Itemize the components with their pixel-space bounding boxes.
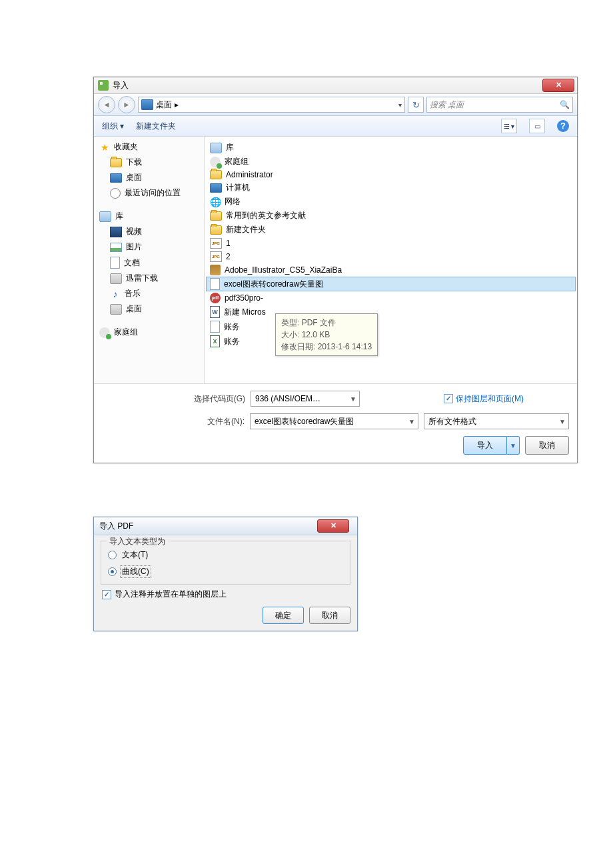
- sidebar-favorites[interactable]: ★收藏夹: [94, 139, 204, 155]
- sidebar-item-recent[interactable]: 最近访问的位置: [94, 185, 204, 201]
- libraries-icon: [210, 143, 222, 153]
- sidebar-libraries[interactable]: 库: [94, 209, 204, 224]
- clock-icon: [110, 188, 121, 199]
- sidebar-homegroup[interactable]: 家庭组: [94, 325, 204, 340]
- location-icon: [141, 99, 153, 110]
- help-button[interactable]: ?: [557, 120, 569, 132]
- codepage-label: 选择代码页(G): [102, 393, 245, 405]
- filename-label: 文件名(N):: [102, 416, 245, 427]
- breadcrumb-location: 桌面: [156, 99, 172, 111]
- list-item[interactable]: Adobe_Illustrator_CS5_XiaZaiBa: [206, 263, 576, 277]
- computer-icon: [210, 183, 222, 193]
- folder-icon: [210, 211, 222, 221]
- music-icon: ♪: [110, 289, 121, 299]
- new-folder-button[interactable]: 新建文件夹: [136, 121, 176, 132]
- libraries-icon: [99, 211, 111, 222]
- import-split-button[interactable]: 导入 ▼: [463, 436, 520, 455]
- image-icon: [110, 243, 122, 252]
- jpg-icon: JPG: [210, 238, 222, 249]
- chevron-down-icon: ▼: [559, 418, 566, 425]
- checkbox-icon: ✓: [102, 590, 111, 599]
- pdf-icon: [210, 278, 220, 290]
- close-button[interactable]: ✕: [542, 79, 574, 92]
- filter-combo[interactable]: 所有文件格式▼: [424, 413, 569, 429]
- import-pdf-dialog: 导入 PDF ✕ 导入文本类型为 文本(T) 曲线(C) ✓ 导入注释并放置在单…: [93, 517, 358, 631]
- codepage-combo[interactable]: 936 (ANSI/OEM…▼: [251, 391, 360, 407]
- list-item[interactable]: Administrator: [206, 169, 576, 181]
- radio-icon: [108, 567, 117, 576]
- list-item[interactable]: 🌐网络: [206, 195, 576, 209]
- sidebar-item-pictures[interactable]: 图片: [94, 239, 204, 255]
- file-list[interactable]: 库 家庭组 Administrator 计算机 🌐网络 常用到的英文参考文献 新…: [205, 137, 577, 383]
- star-icon: ★: [99, 142, 110, 153]
- dialog-title: 导入 PDF: [99, 521, 317, 532]
- titlebar[interactable]: 导入 PDF ✕: [94, 517, 357, 535]
- sidebar-item-xunlei[interactable]: 迅雷下载: [94, 271, 204, 286]
- sidebar-item-documents[interactable]: 文档: [94, 255, 204, 271]
- dialog-title: 导入: [113, 80, 542, 91]
- sidebar-item-desktop2[interactable]: 桌面: [94, 301, 204, 317]
- jpg-icon: JPG: [210, 251, 222, 262]
- video-icon: [110, 227, 122, 237]
- cancel-button[interactable]: 取消: [525, 436, 569, 455]
- search-icon: 🔍: [560, 100, 570, 109]
- list-item[interactable]: JPG2: [206, 250, 576, 263]
- preview-pane-button[interactable]: ▭: [529, 119, 545, 133]
- breadcrumb[interactable]: 桌面 ▸ ▾: [138, 97, 405, 113]
- close-button[interactable]: ✕: [317, 519, 349, 533]
- views-button[interactable]: ☰ ▾: [501, 119, 517, 133]
- list-item[interactable]: JPG1: [206, 237, 576, 250]
- word-icon: W: [210, 306, 220, 318]
- checkbox-icon: ✓: [444, 394, 453, 403]
- disk-icon: [110, 273, 122, 284]
- text-type-group: 导入文本类型为 文本(T) 曲线(C): [101, 541, 350, 585]
- tooltip: 类型: PDF 文件 大小: 12.0 KB 修改日期: 2013-1-6 14…: [275, 313, 378, 356]
- sidebar-item-videos[interactable]: 视频: [94, 224, 204, 239]
- radio-icon: [108, 551, 117, 559]
- ok-button[interactable]: 确定: [263, 607, 304, 624]
- list-item[interactable]: 账务: [206, 319, 576, 334]
- import-dropdown[interactable]: ▼: [507, 436, 520, 455]
- chevron-down-icon: ▼: [350, 395, 356, 403]
- keep-layers-checkbox[interactable]: ✓保持图层和页面(M): [444, 393, 524, 405]
- forward-button[interactable]: ►: [118, 96, 135, 113]
- pdf-icon: pdf: [210, 293, 221, 303]
- pdf-icon: [210, 321, 220, 333]
- radio-curve[interactable]: 曲线(C): [108, 563, 343, 580]
- list-item[interactable]: 家庭组: [206, 155, 576, 169]
- sidebar-item-downloads[interactable]: 下载: [94, 155, 204, 170]
- back-button[interactable]: ◄: [98, 96, 115, 113]
- app-icon: [98, 80, 109, 91]
- list-item-selected[interactable]: excel图表转coredraw矢量图: [206, 277, 576, 291]
- nav-sidebar[interactable]: ★收藏夹 下载 桌面 最近访问的位置 库 视频 图片 文档 迅雷下载 ♪音乐 桌…: [94, 137, 205, 383]
- refresh-button[interactable]: ↻: [408, 97, 424, 113]
- organize-button[interactable]: 组织 ▾: [102, 121, 124, 132]
- monitor-icon: [110, 173, 122, 183]
- import-annotations-checkbox[interactable]: ✓ 导入注释并放置在单独的图层上: [102, 589, 349, 600]
- list-item[interactable]: 库: [206, 141, 576, 155]
- list-item[interactable]: W新建 Micros: [206, 305, 576, 319]
- disk-icon: [110, 304, 122, 315]
- excel-icon: X: [210, 335, 220, 347]
- homegroup-icon: [99, 327, 110, 338]
- sidebar-item-desktop[interactable]: 桌面: [94, 170, 204, 185]
- folder-icon: [110, 158, 122, 167]
- network-icon: 🌐: [210, 197, 221, 207]
- address-bar: ◄ ► 桌面 ▸ ▾ ↻ 搜索 桌面 🔍: [94, 94, 577, 116]
- list-item[interactable]: 计算机: [206, 181, 576, 195]
- list-item[interactable]: 常用到的英文参考文献: [206, 209, 576, 223]
- import-dialog: 导入 ✕ ◄ ► 桌面 ▸ ▾ ↻ 搜索 桌面 🔍 组织 ▾ 新建文件夹 ☰ ▾…: [93, 77, 578, 463]
- search-input[interactable]: 搜索 桌面 🔍: [426, 97, 573, 113]
- toolbar: 组织 ▾ 新建文件夹 ☰ ▾ ▭ ?: [94, 116, 577, 137]
- homegroup-icon: [210, 157, 221, 167]
- radio-text[interactable]: 文本(T): [108, 547, 343, 563]
- list-item[interactable]: X账务: [206, 334, 576, 349]
- titlebar[interactable]: 导入 ✕: [94, 77, 577, 94]
- sidebar-item-music[interactable]: ♪音乐: [94, 286, 204, 301]
- filename-input[interactable]: excel图表转coredraw矢量图▼: [250, 413, 418, 429]
- list-item[interactable]: 新建文件夹: [206, 223, 576, 237]
- import-button[interactable]: 导入: [463, 436, 507, 455]
- cancel-button[interactable]: 取消: [309, 607, 350, 624]
- list-item[interactable]: pdfpdf350pro-: [206, 291, 576, 305]
- dialog-footer: 选择代码页(G) 936 (ANSI/OEM…▼ ✓保持图层和页面(M) 文件名…: [94, 383, 577, 463]
